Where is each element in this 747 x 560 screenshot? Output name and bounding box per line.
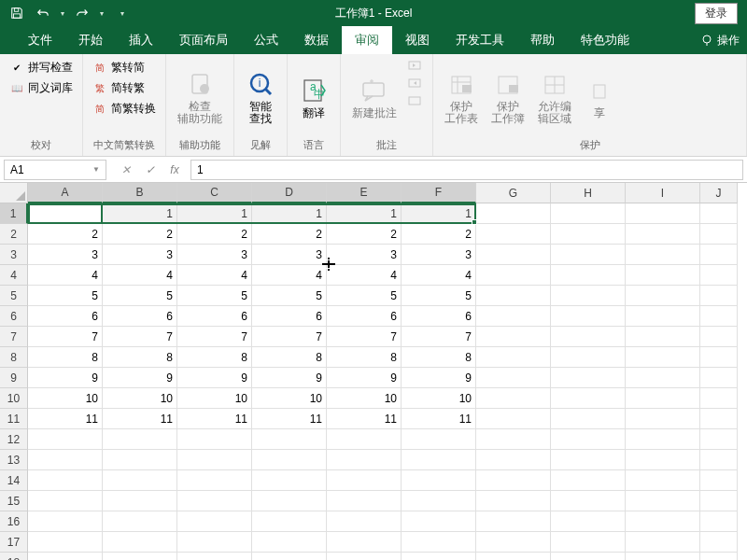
cell[interactable]: 1 [103,203,177,224]
cell[interactable] [252,553,327,560]
cell[interactable] [700,553,738,560]
thesaurus-button[interactable]: 📖同义词库 [6,78,77,98]
cell[interactable]: 9 [402,368,476,388]
confirm-formula-button[interactable]: ✓ [142,163,159,176]
cell[interactable] [28,553,103,560]
cell[interactable] [327,450,402,470]
cell[interactable]: 8 [252,347,327,368]
cell[interactable] [327,429,402,450]
col-header-H[interactable]: H [551,183,626,203]
cell[interactable]: 11 [177,409,252,429]
cell[interactable] [626,388,700,409]
cell[interactable] [551,368,626,388]
save-button[interactable] [6,2,28,24]
cancel-formula-button[interactable]: ✕ [118,163,134,176]
cell[interactable]: 6 [252,306,327,327]
namebox-dropdown-icon[interactable]: ▼ [92,165,100,174]
cell[interactable]: 3 [28,245,103,265]
cell[interactable]: 1 [252,203,327,224]
cell[interactable]: 4 [327,265,402,286]
cell[interactable] [252,450,327,470]
cell[interactable]: 7 [327,327,402,347]
cell[interactable]: 9 [252,368,327,388]
row-header-16[interactable]: 16 [0,511,28,532]
cell[interactable]: 11 [252,409,327,429]
cell[interactable] [626,450,700,470]
cell[interactable] [252,470,327,491]
cell[interactable]: 5 [28,286,103,306]
smart-lookup-button[interactable]: i 智能查找 [240,58,281,136]
cell[interactable]: 2 [177,224,252,245]
translate-button[interactable]: a中 翻译 [293,58,334,136]
cell[interactable] [626,203,700,224]
cell[interactable]: 3 [402,245,476,265]
name-box[interactable]: A1▼ [4,160,106,180]
tab-2[interactable]: 插入 [116,26,166,54]
cell[interactable] [327,491,402,511]
cell[interactable] [327,553,402,560]
cell[interactable]: 6 [103,306,177,327]
cell[interactable] [103,491,177,511]
row-header-12[interactable]: 12 [0,429,28,450]
cell[interactable] [700,470,738,491]
cell[interactable] [402,553,476,560]
cell[interactable] [700,245,738,265]
cell[interactable] [177,470,252,491]
row-header-13[interactable]: 13 [0,450,28,470]
cell[interactable] [402,511,476,532]
cell[interactable] [551,203,626,224]
cell[interactable] [327,511,402,532]
row-header-5[interactable]: 5 [0,286,28,306]
cell[interactable]: 5 [327,286,402,306]
cell[interactable]: 4 [177,265,252,286]
cell[interactable]: 4 [402,265,476,286]
cell[interactable]: 8 [103,347,177,368]
cell[interactable]: 1 [177,203,252,224]
cell[interactable] [626,245,700,265]
cell[interactable]: 9 [177,368,252,388]
row-header-17[interactable]: 17 [0,532,28,553]
cell[interactable] [476,532,551,553]
cell[interactable] [551,450,626,470]
col-header-A[interactable]: A [28,183,103,203]
qat-customize[interactable]: ▾ [118,9,127,18]
cell[interactable] [551,347,626,368]
cell[interactable] [28,532,103,553]
cell[interactable]: 7 [28,327,103,347]
col-header-G[interactable]: G [476,183,551,203]
cell[interactable] [700,327,738,347]
row-header-3[interactable]: 3 [0,245,28,265]
tell-me-button[interactable]: 操作 [687,26,747,54]
cell[interactable] [551,245,626,265]
row-header-8[interactable]: 8 [0,347,28,368]
col-header-D[interactable]: D [252,183,327,203]
cell[interactable] [476,429,551,450]
cell[interactable] [476,409,551,429]
cell[interactable]: 8 [28,347,103,368]
cell[interactable] [103,532,177,553]
row-header-9[interactable]: 9 [0,368,28,388]
cell[interactable] [626,553,700,560]
cell[interactable] [626,470,700,491]
cell[interactable] [476,306,551,327]
cell[interactable]: 6 [402,306,476,327]
cell[interactable]: 7 [402,327,476,347]
cell[interactable] [252,491,327,511]
cell[interactable] [402,429,476,450]
tab-7[interactable]: 视图 [392,26,443,54]
cell[interactable] [402,532,476,553]
cell[interactable]: 4 [252,265,327,286]
cell[interactable]: 11 [402,409,476,429]
cell[interactable] [476,553,551,560]
cell[interactable]: 8 [402,347,476,368]
cell[interactable]: 2 [28,224,103,245]
cell[interactable]: 10 [177,388,252,409]
cell[interactable]: 11 [327,409,402,429]
redo-button[interactable] [71,2,93,24]
cell[interactable] [626,429,700,450]
cell[interactable]: 4 [103,265,177,286]
cell[interactable] [103,511,177,532]
cell[interactable] [476,368,551,388]
cell[interactable] [402,491,476,511]
cell[interactable] [476,265,551,286]
